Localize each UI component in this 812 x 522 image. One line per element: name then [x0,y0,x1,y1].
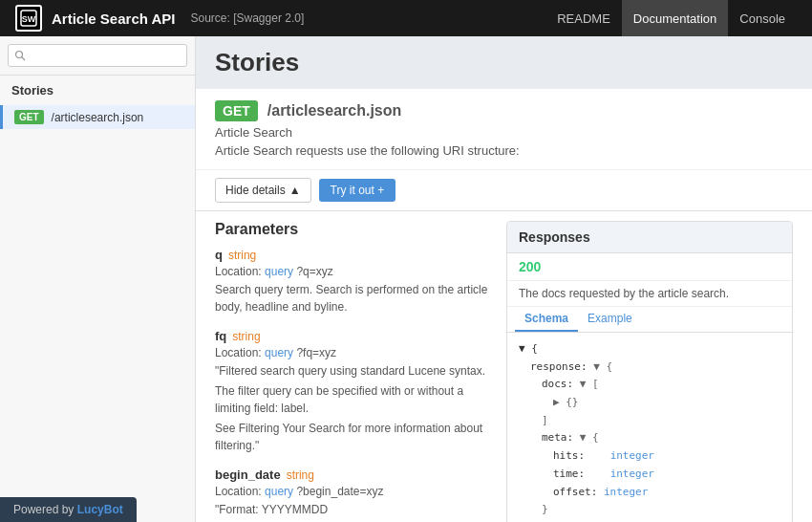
tree-row-0: ▼ { [519,340,780,359]
param-begin-date-desc-0: "Format: YYYYMMDD [215,501,491,518]
param-q-name: q [215,248,223,262]
nav-readme[interactable]: README [545,0,622,36]
sidebar-section-stories: Stories [0,76,195,105]
response-description: The docs requested by the article search… [507,281,792,307]
param-begin-date-location: Location: query ?begin_date=xyz [215,485,491,498]
search-input[interactable] [8,44,187,67]
param-q-header: q string [215,248,491,262]
endpoint-description: Article Search requests use the followin… [215,143,793,158]
endpoint-name: Article Search [215,125,793,140]
param-q-desc: Search query term. Search is performed o… [215,281,491,315]
hide-details-button[interactable]: Hide details ▲ [215,178,311,203]
response-code: 200 [507,253,792,281]
param-q-location: Location: query ?q=xyz [215,265,491,278]
hide-details-icon: ▲ [289,184,301,197]
param-fq-location-link[interactable]: query [265,346,293,359]
param-fq-header: fq string [215,329,491,343]
brand-label: LucyBot [77,503,123,516]
main-layout: Stories GET /articlesearch.json Stories … [0,36,812,522]
header: SW Article Search API Source: [Swagger 2… [0,0,812,36]
param-fq-location: Location: query ?fq=xyz [215,346,491,359]
nav-documentation[interactable]: Documentation [622,0,728,36]
parameters-panel: Parameters q string Location: query ?q=x… [215,221,491,522]
tree-row-9: } [519,501,780,519]
logo: SW [15,5,42,32]
responses-title: Responses [507,222,792,253]
json-tree: ▼ { response: ▼ { docs: ▼ [ ▶ {} ] meta:… [507,333,792,522]
tree-row-1: response: ▼ { [519,359,780,377]
param-begin-date-location-link[interactable]: query [265,485,293,498]
content-area: Stories GET /articlesearch.json Article … [196,36,812,522]
header-nav: README Documentation Console [545,0,797,36]
try-it-out-label: Try it out + [331,184,385,197]
powered-by-label: Powered by [13,503,74,516]
param-q-location-param: ?q=xyz [296,265,332,278]
footer: Powered by LucyBot [0,497,137,522]
section-title: Stories [215,48,793,77]
param-begin-date-location-param: ?begin_date=xyz [296,485,383,498]
param-fq-name: fq [215,329,226,343]
param-fq-location-param: ?fq=xyz [296,346,336,359]
schema-tabs: Schema Example [507,307,792,333]
responses-panel: Responses 200 The docs requested by the … [506,221,793,522]
param-q-type: string [228,249,256,262]
tree-row-8: offset: integer [519,484,780,502]
section-header: Stories [196,36,812,89]
try-it-out-button[interactable]: Try it out + [319,179,396,202]
hide-details-label: Hide details [225,184,286,197]
sidebar: Stories GET /articlesearch.json [0,36,196,522]
param-fq-desc-2: See Filtering Your Search for more infor… [215,420,491,454]
sidebar-item-articlesearch[interactable]: GET /articlesearch.json [0,105,195,129]
tree-row-6: hits: integer [519,447,780,466]
sidebar-search-container [0,36,195,76]
source-label: Source: [Swagger 2.0] [191,11,546,25]
param-begin-date: begin_date string Location: query ?begin… [215,468,491,522]
svg-text:SW: SW [22,14,36,24]
toolbar: Hide details ▲ Try it out + [196,170,812,211]
param-begin-date-type: string [287,468,314,482]
tree-row-2: docs: ▼ [ [519,376,780,394]
app-title: Article Search API [52,11,176,27]
endpoint-block: GET /articlesearch.json Article Search A… [196,89,812,170]
param-fq-desc-0: "Filtered search query using standard Lu… [215,362,491,380]
responses-box: Responses 200 The docs requested by the … [506,221,793,522]
tree-row-4: ] [519,412,780,430]
sidebar-method-badge: GET [14,110,44,124]
param-q: q string Location: query ?q=xyz Search q… [215,248,491,315]
param-begin-date-name: begin_date [215,468,281,482]
nav-console[interactable]: Console [728,0,797,36]
tree-row-5: meta: ▼ { [519,429,780,447]
param-fq-type: string [232,330,260,343]
tab-schema[interactable]: Schema [515,307,578,332]
tree-row-3: ▶ {} [519,394,780,412]
param-fq: fq string Location: query ?fq=xyz "Filte… [215,329,491,454]
tree-row-7: time: integer [519,466,780,484]
sidebar-item-path: /articlesearch.json [52,111,144,124]
param-fq-desc-1: The filter query can be specified with o… [215,382,491,417]
parameters-title: Parameters [215,221,491,238]
tab-example[interactable]: Example [578,307,642,332]
endpoint-method: GET [215,100,258,121]
param-q-location-link[interactable]: query [265,265,293,278]
param-begin-date-header: begin_date string [215,468,491,482]
endpoint-title-row: GET /articlesearch.json [215,100,793,121]
endpoint-path: /articlesearch.json [267,102,402,120]
content-panels: Parameters q string Location: query ?q=x… [196,221,812,522]
